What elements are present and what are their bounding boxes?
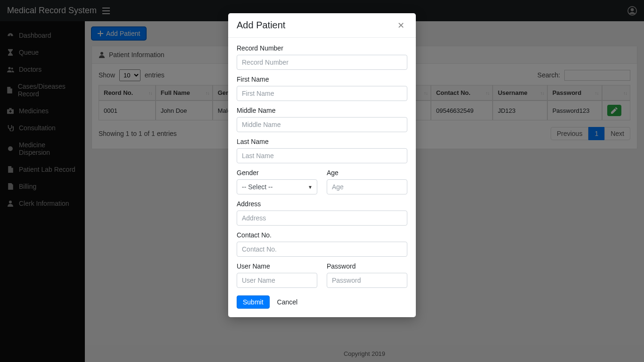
address-label: Address xyxy=(237,200,407,208)
add-patient-modal: Add Patient ✕ Record Number First Name M… xyxy=(228,13,416,317)
gender-label: Gender xyxy=(237,169,317,177)
cancel-button[interactable]: Cancel xyxy=(277,298,298,306)
last-name-input[interactable] xyxy=(237,148,407,163)
modal-header: Add Patient ✕ xyxy=(228,13,416,38)
close-icon: ✕ xyxy=(397,21,405,30)
modal-close-button[interactable]: ✕ xyxy=(395,21,407,30)
submit-button[interactable]: Submit xyxy=(237,295,270,309)
first-name-input[interactable] xyxy=(237,86,407,101)
username-input[interactable] xyxy=(237,273,317,288)
username-label: User Name xyxy=(237,262,317,270)
middle-name-label: Middle Name xyxy=(237,107,407,114)
record-number-input[interactable] xyxy=(237,55,407,70)
age-input[interactable] xyxy=(327,179,407,194)
middle-name-input[interactable] xyxy=(237,117,407,132)
first-name-label: First Name xyxy=(237,76,407,83)
record-number-label: Record Number xyxy=(237,44,407,52)
modal-body: Record Number First Name Middle Name Las… xyxy=(228,38,416,317)
address-input[interactable] xyxy=(237,210,407,226)
contact-input[interactable] xyxy=(237,242,407,257)
age-label: Age xyxy=(327,169,407,177)
password-input[interactable] xyxy=(327,273,407,288)
gender-select[interactable]: -- Select -- xyxy=(237,179,317,194)
last-name-label: Last Name xyxy=(237,138,407,145)
password-label: Password xyxy=(327,262,407,270)
modal-title: Add Patient xyxy=(237,20,285,31)
contact-label: Contact No. xyxy=(237,231,407,239)
